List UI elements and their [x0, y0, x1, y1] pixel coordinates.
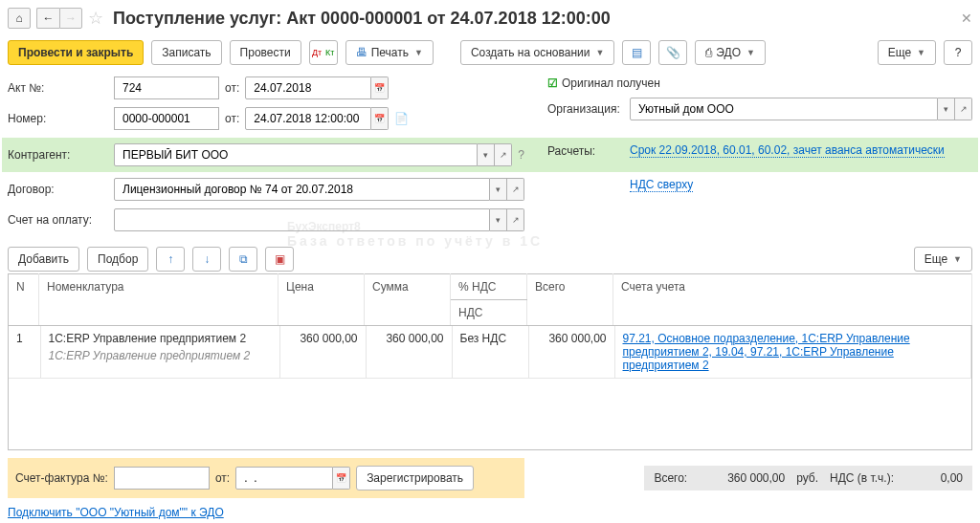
invoice-label: Счет-фактура №:: [15, 471, 108, 485]
calendar-icon[interactable]: 📅: [371, 76, 389, 99]
open-icon[interactable]: ↗: [955, 98, 972, 120]
invoice-date-input[interactable]: 📅: [235, 467, 350, 490]
items-table: N Номенклатура Цена Сумма % НДС Всего Сч…: [8, 273, 972, 326]
from-label: от:: [225, 81, 239, 95]
connect-edo-link[interactable]: Подключить "ООО "Уютный дом"" к ЭДО: [8, 506, 224, 519]
favorite-icon[interactable]: ☆: [88, 8, 103, 29]
back-button[interactable]: ←: [36, 8, 59, 29]
col-total: Всего: [527, 274, 613, 326]
item-name: 1С:ERP Управление предприятием 2: [49, 332, 272, 345]
item-total: 360 000,00: [528, 326, 614, 379]
related-docs-button[interactable]: ▤: [622, 40, 651, 65]
home-button[interactable]: ⌂: [8, 8, 31, 29]
grand-total: 360 000,00: [699, 471, 785, 485]
print-button[interactable]: 🖶Печать▼: [345, 40, 434, 65]
edo-icon: ⎙: [705, 46, 712, 59]
forward-button[interactable]: →: [59, 8, 82, 29]
invoice-acc-select[interactable]: ▾ ↗: [114, 208, 524, 231]
create-from-button[interactable]: Создать на основании▼: [460, 40, 614, 65]
vat-mode-link[interactable]: НДС сверху: [630, 178, 693, 192]
calendar-icon[interactable]: 📅: [333, 467, 350, 490]
accounts-link[interactable]: 97.21, Основное подразделение, 1С:ERP Уп…: [623, 332, 910, 372]
move-up-button[interactable]: ↑: [156, 247, 185, 272]
calendar-icon[interactable]: 📅: [371, 107, 389, 130]
col-price: Цена: [278, 274, 365, 326]
col-vat: НДС: [451, 300, 527, 326]
close-icon[interactable]: ✕: [961, 11, 972, 26]
move-down-button[interactable]: ↓: [192, 247, 221, 272]
number-label: Номер:: [8, 112, 108, 125]
page-title: Поступление услуг: Акт 0000-000001 от 24…: [113, 9, 611, 29]
write-button[interactable]: Записать: [151, 40, 221, 65]
copy-button[interactable]: ⧉: [229, 247, 257, 272]
contract-select[interactable]: ▾ ↗: [114, 178, 524, 201]
attachments-button[interactable]: 📎: [658, 40, 687, 65]
dt-kt-button[interactable]: ДтКт: [309, 40, 338, 65]
act-date-input[interactable]: 📅: [245, 76, 389, 99]
original-received-checkbox[interactable]: ☑Оригинал получен: [547, 76, 660, 90]
table-row[interactable]: 1 1С:ERP Управление предприятием 2 1С:ER…: [9, 326, 971, 379]
doc-date-input[interactable]: 📅: [245, 107, 389, 130]
add-row-button[interactable]: Добавить: [8, 247, 79, 272]
select-items-button[interactable]: Подбор: [87, 247, 148, 272]
invoice-acc-label: Счет на оплату:: [8, 213, 108, 227]
settlements-link[interactable]: Срок 22.09.2018, 60.01, 60.02, зачет ава…: [630, 143, 945, 158]
item-vat-pct: Без НДС: [452, 326, 528, 379]
table-more-button[interactable]: Еще▼: [914, 247, 972, 272]
counterparty-help-icon[interactable]: ?: [518, 148, 524, 162]
col-vat-pct: % НДС: [451, 274, 527, 300]
edo-button[interactable]: ⎙ЭДО▼: [695, 40, 766, 65]
item-sub: 1С:ERP Управление предприятием 2: [49, 349, 272, 362]
col-accounts: Счета учета: [613, 274, 972, 326]
item-sum: 360 000,00: [366, 326, 452, 379]
more-button[interactable]: Еще▼: [878, 40, 936, 65]
counterparty-label: Контрагент:: [8, 148, 108, 162]
col-n: N: [9, 274, 39, 326]
post-button[interactable]: Провести: [230, 40, 301, 65]
dropdown-icon[interactable]: ▾: [938, 98, 955, 120]
org-select[interactable]: ▾ ↗: [630, 98, 972, 120]
totals-bar: Всего: 360 000,00 руб. НДС (в т.ч.): 0,0…: [644, 466, 972, 490]
settlements-label: Расчеты:: [547, 144, 624, 158]
number-input[interactable]: [114, 107, 219, 130]
act-no-label: Акт №:: [8, 81, 108, 95]
item-price: 360 000,00: [279, 326, 366, 379]
org-label: Организация:: [547, 102, 624, 116]
printer-icon: 🖶: [356, 46, 368, 59]
paste-button[interactable]: ▣: [265, 247, 294, 272]
post-and-close-button[interactable]: Провести и закрыть: [8, 40, 144, 65]
paperclip-icon: 📎: [666, 46, 680, 59]
invoice-no-input[interactable]: [114, 467, 210, 490]
contract-label: Договор:: [8, 183, 108, 196]
col-nomenclature: Номенклатура: [39, 274, 278, 326]
vat-total: 0,00: [905, 471, 963, 485]
act-no-input[interactable]: [114, 76, 219, 99]
help-button[interactable]: ?: [944, 40, 972, 65]
counterparty-select[interactable]: ▾ ↗: [114, 143, 512, 166]
col-sum: Сумма: [365, 274, 451, 326]
register-invoice-button[interactable]: Зарегистрировать: [356, 466, 474, 490]
doc-status-icon[interactable]: 📄: [394, 112, 409, 125]
